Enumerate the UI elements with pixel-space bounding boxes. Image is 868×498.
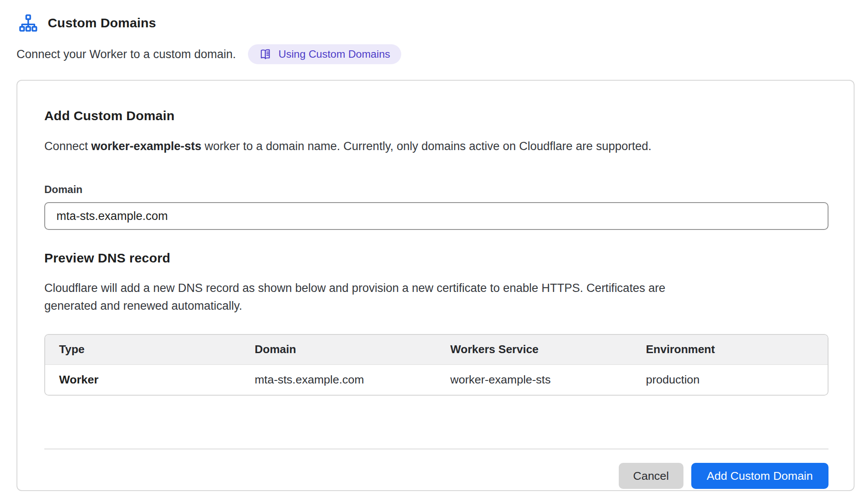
col-header-domain: Domain <box>241 335 437 364</box>
domain-field-label: Domain <box>44 183 828 196</box>
footer-actions: Cancel Add Custom Domain <box>44 463 828 489</box>
domain-input[interactable] <box>44 202 828 230</box>
sitemap-icon <box>18 13 38 33</box>
worker-name: worker-example-sts <box>91 140 201 153</box>
cancel-button[interactable]: Cancel <box>619 463 683 489</box>
card-intro: Connect worker-example-sts worker to a d… <box>44 140 828 153</box>
intro-suffix: worker to a domain name. Currently, only… <box>201 140 652 153</box>
page-header: Custom Domains <box>18 13 855 33</box>
preview-dns-heading: Preview DNS record <box>44 251 828 265</box>
col-header-environment: Environment <box>632 335 828 364</box>
footer-divider <box>44 449 828 449</box>
cell-environment: production <box>632 364 828 395</box>
cell-domain: mta-sts.example.com <box>241 364 437 395</box>
open-book-icon <box>259 48 272 61</box>
page-subtitle: Connect your Worker to a custom domain. <box>17 48 236 61</box>
cell-type: Worker <box>45 364 241 395</box>
preview-dns-description: Cloudflare will add a new DNS record as … <box>44 279 700 315</box>
using-custom-domains-link[interactable]: Using Custom Domains <box>248 44 401 64</box>
add-custom-domain-button[interactable]: Add Custom Domain <box>691 463 829 489</box>
page-subheader: Connect your Worker to a custom domain. … <box>17 44 855 64</box>
table-row: Worker mta-sts.example.com worker-exampl… <box>45 364 828 395</box>
page-title: Custom Domains <box>48 16 156 30</box>
dns-preview-table: Type Domain Workers Service Environment … <box>44 334 828 396</box>
card-heading: Add Custom Domain <box>44 108 828 123</box>
col-header-workers-service: Workers Service <box>436 335 632 364</box>
add-custom-domain-card: Add Custom Domain Connect worker-example… <box>17 80 855 491</box>
using-custom-domains-label: Using Custom Domains <box>278 48 390 60</box>
col-header-type: Type <box>45 335 241 364</box>
table-header-row: Type Domain Workers Service Environment <box>45 335 828 364</box>
intro-prefix: Connect <box>44 140 91 153</box>
cell-workers-service: worker-example-sts <box>436 364 632 395</box>
